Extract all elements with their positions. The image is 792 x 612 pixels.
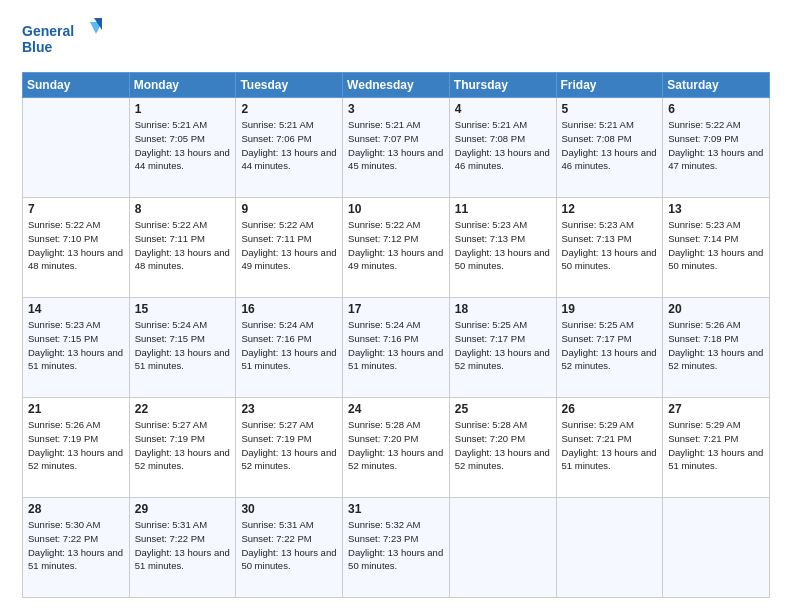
day-number: 6 [668, 102, 764, 116]
day-number: 17 [348, 302, 444, 316]
cell-info: Sunrise: 5:21 AMSunset: 7:08 PMDaylight:… [562, 118, 658, 173]
calendar-cell: 5Sunrise: 5:21 AMSunset: 7:08 PMDaylight… [556, 98, 663, 198]
day-number: 22 [135, 402, 231, 416]
calendar-cell [663, 498, 770, 598]
logo: General Blue [22, 18, 102, 62]
day-number: 3 [348, 102, 444, 116]
calendar-table: SundayMondayTuesdayWednesdayThursdayFrid… [22, 72, 770, 598]
cell-info: Sunrise: 5:22 AMSunset: 7:09 PMDaylight:… [668, 118, 764, 173]
calendar-cell: 10Sunrise: 5:22 AMSunset: 7:12 PMDayligh… [343, 198, 450, 298]
cell-info: Sunrise: 5:29 AMSunset: 7:21 PMDaylight:… [668, 418, 764, 473]
weekday-header-thursday: Thursday [449, 73, 556, 98]
cell-info: Sunrise: 5:21 AMSunset: 7:05 PMDaylight:… [135, 118, 231, 173]
cell-info: Sunrise: 5:29 AMSunset: 7:21 PMDaylight:… [562, 418, 658, 473]
day-number: 11 [455, 202, 551, 216]
week-row-3: 14Sunrise: 5:23 AMSunset: 7:15 PMDayligh… [23, 298, 770, 398]
logo-svg: General Blue [22, 18, 102, 62]
calendar-cell: 31Sunrise: 5:32 AMSunset: 7:23 PMDayligh… [343, 498, 450, 598]
calendar-cell [449, 498, 556, 598]
calendar-cell: 15Sunrise: 5:24 AMSunset: 7:15 PMDayligh… [129, 298, 236, 398]
day-number: 18 [455, 302, 551, 316]
calendar-cell: 7Sunrise: 5:22 AMSunset: 7:10 PMDaylight… [23, 198, 130, 298]
cell-info: Sunrise: 5:28 AMSunset: 7:20 PMDaylight:… [348, 418, 444, 473]
cell-info: Sunrise: 5:27 AMSunset: 7:19 PMDaylight:… [241, 418, 337, 473]
day-number: 30 [241, 502, 337, 516]
calendar-cell: 23Sunrise: 5:27 AMSunset: 7:19 PMDayligh… [236, 398, 343, 498]
cell-info: Sunrise: 5:22 AMSunset: 7:12 PMDaylight:… [348, 218, 444, 273]
calendar-cell: 1Sunrise: 5:21 AMSunset: 7:05 PMDaylight… [129, 98, 236, 198]
cell-info: Sunrise: 5:24 AMSunset: 7:16 PMDaylight:… [241, 318, 337, 373]
weekday-header-tuesday: Tuesday [236, 73, 343, 98]
cell-info: Sunrise: 5:25 AMSunset: 7:17 PMDaylight:… [455, 318, 551, 373]
day-number: 12 [562, 202, 658, 216]
calendar-cell: 17Sunrise: 5:24 AMSunset: 7:16 PMDayligh… [343, 298, 450, 398]
day-number: 2 [241, 102, 337, 116]
calendar-cell: 19Sunrise: 5:25 AMSunset: 7:17 PMDayligh… [556, 298, 663, 398]
cell-info: Sunrise: 5:32 AMSunset: 7:23 PMDaylight:… [348, 518, 444, 573]
cell-info: Sunrise: 5:22 AMSunset: 7:10 PMDaylight:… [28, 218, 124, 273]
cell-info: Sunrise: 5:22 AMSunset: 7:11 PMDaylight:… [241, 218, 337, 273]
calendar-cell: 2Sunrise: 5:21 AMSunset: 7:06 PMDaylight… [236, 98, 343, 198]
day-number: 26 [562, 402, 658, 416]
calendar-cell: 16Sunrise: 5:24 AMSunset: 7:16 PMDayligh… [236, 298, 343, 398]
week-row-4: 21Sunrise: 5:26 AMSunset: 7:19 PMDayligh… [23, 398, 770, 498]
cell-info: Sunrise: 5:31 AMSunset: 7:22 PMDaylight:… [241, 518, 337, 573]
day-number: 28 [28, 502, 124, 516]
header: General Blue [22, 18, 770, 62]
cell-info: Sunrise: 5:26 AMSunset: 7:19 PMDaylight:… [28, 418, 124, 473]
cell-info: Sunrise: 5:23 AMSunset: 7:13 PMDaylight:… [562, 218, 658, 273]
day-number: 8 [135, 202, 231, 216]
week-row-5: 28Sunrise: 5:30 AMSunset: 7:22 PMDayligh… [23, 498, 770, 598]
calendar-cell: 28Sunrise: 5:30 AMSunset: 7:22 PMDayligh… [23, 498, 130, 598]
calendar-cell: 25Sunrise: 5:28 AMSunset: 7:20 PMDayligh… [449, 398, 556, 498]
calendar-cell: 6Sunrise: 5:22 AMSunset: 7:09 PMDaylight… [663, 98, 770, 198]
cell-info: Sunrise: 5:21 AMSunset: 7:06 PMDaylight:… [241, 118, 337, 173]
cell-info: Sunrise: 5:24 AMSunset: 7:16 PMDaylight:… [348, 318, 444, 373]
day-number: 24 [348, 402, 444, 416]
day-number: 9 [241, 202, 337, 216]
day-number: 1 [135, 102, 231, 116]
cell-info: Sunrise: 5:28 AMSunset: 7:20 PMDaylight:… [455, 418, 551, 473]
calendar-cell: 22Sunrise: 5:27 AMSunset: 7:19 PMDayligh… [129, 398, 236, 498]
day-number: 4 [455, 102, 551, 116]
calendar-cell: 8Sunrise: 5:22 AMSunset: 7:11 PMDaylight… [129, 198, 236, 298]
day-number: 7 [28, 202, 124, 216]
calendar-cell: 30Sunrise: 5:31 AMSunset: 7:22 PMDayligh… [236, 498, 343, 598]
weekday-header-monday: Monday [129, 73, 236, 98]
cell-info: Sunrise: 5:24 AMSunset: 7:15 PMDaylight:… [135, 318, 231, 373]
calendar-cell: 24Sunrise: 5:28 AMSunset: 7:20 PMDayligh… [343, 398, 450, 498]
cell-info: Sunrise: 5:31 AMSunset: 7:22 PMDaylight:… [135, 518, 231, 573]
day-number: 31 [348, 502, 444, 516]
calendar-cell [556, 498, 663, 598]
weekday-header-saturday: Saturday [663, 73, 770, 98]
calendar-cell: 11Sunrise: 5:23 AMSunset: 7:13 PMDayligh… [449, 198, 556, 298]
day-number: 27 [668, 402, 764, 416]
cell-info: Sunrise: 5:21 AMSunset: 7:08 PMDaylight:… [455, 118, 551, 173]
week-row-2: 7Sunrise: 5:22 AMSunset: 7:10 PMDaylight… [23, 198, 770, 298]
day-number: 10 [348, 202, 444, 216]
day-number: 23 [241, 402, 337, 416]
day-number: 20 [668, 302, 764, 316]
calendar-cell: 20Sunrise: 5:26 AMSunset: 7:18 PMDayligh… [663, 298, 770, 398]
calendar-cell: 9Sunrise: 5:22 AMSunset: 7:11 PMDaylight… [236, 198, 343, 298]
day-number: 21 [28, 402, 124, 416]
svg-text:General: General [22, 23, 74, 39]
calendar-cell: 27Sunrise: 5:29 AMSunset: 7:21 PMDayligh… [663, 398, 770, 498]
calendar-cell: 12Sunrise: 5:23 AMSunset: 7:13 PMDayligh… [556, 198, 663, 298]
calendar-cell: 29Sunrise: 5:31 AMSunset: 7:22 PMDayligh… [129, 498, 236, 598]
cell-info: Sunrise: 5:25 AMSunset: 7:17 PMDaylight:… [562, 318, 658, 373]
cell-info: Sunrise: 5:27 AMSunset: 7:19 PMDaylight:… [135, 418, 231, 473]
day-number: 13 [668, 202, 764, 216]
calendar-cell: 13Sunrise: 5:23 AMSunset: 7:14 PMDayligh… [663, 198, 770, 298]
day-number: 29 [135, 502, 231, 516]
weekday-header-row: SundayMondayTuesdayWednesdayThursdayFrid… [23, 73, 770, 98]
day-number: 5 [562, 102, 658, 116]
day-number: 19 [562, 302, 658, 316]
svg-text:Blue: Blue [22, 39, 53, 55]
calendar-cell: 3Sunrise: 5:21 AMSunset: 7:07 PMDaylight… [343, 98, 450, 198]
cell-info: Sunrise: 5:26 AMSunset: 7:18 PMDaylight:… [668, 318, 764, 373]
calendar-cell: 26Sunrise: 5:29 AMSunset: 7:21 PMDayligh… [556, 398, 663, 498]
day-number: 15 [135, 302, 231, 316]
weekday-header-wednesday: Wednesday [343, 73, 450, 98]
cell-info: Sunrise: 5:23 AMSunset: 7:14 PMDaylight:… [668, 218, 764, 273]
